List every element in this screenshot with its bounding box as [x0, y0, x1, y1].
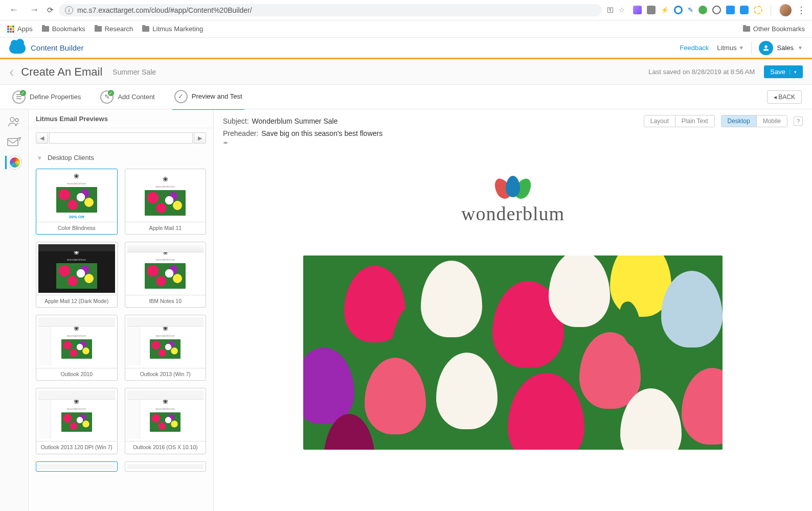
bookmark-folder[interactable]: Litmus Marketing	[142, 25, 203, 33]
step-icon: ✓	[174, 90, 188, 103]
thumbnail-label: Apple Mail 12 (Dark Mode)	[36, 295, 117, 307]
ext-green-icon[interactable]	[698, 6, 707, 14]
ext-camera-icon[interactable]	[647, 6, 656, 14]
ext-bolt-icon[interactable]: ⚡	[661, 6, 669, 14]
ext-zoom-icon[interactable]	[740, 6, 749, 14]
thumbnail-preview: ❀wonderblum	[127, 390, 204, 439]
desktop-button[interactable]: Desktop	[721, 115, 756, 127]
back-label: BACK	[778, 94, 795, 101]
salesforce-cloud-icon[interactable]	[9, 42, 26, 54]
thumbnail-preview: ❀wonderblum	[38, 244, 115, 293]
org-dropdown[interactable]: Litmus▼	[717, 44, 743, 52]
back-chevron-icon[interactable]: ‹	[9, 64, 14, 80]
preheader-label: Preheader:	[223, 129, 258, 137]
step-icon: ☰	[12, 90, 26, 104]
bookmark-label: Research	[105, 25, 133, 33]
thumbnail-outlook-2013-win7[interactable]: ❀wonderblum Outlook 2013 (Win 7)	[125, 315, 207, 381]
extensions: ⚡ ✎	[630, 6, 765, 14]
org-label: Litmus	[717, 44, 736, 52]
thumbnail-outlook-2010[interactable]: ❀wonderblum Outlook 2010	[36, 315, 118, 381]
thumbnail-partial[interactable]	[36, 461, 118, 472]
page-header: ‹ Create An Email Summer Sale Last saved…	[0, 59, 812, 85]
document-name: Summer Sale	[112, 68, 156, 76]
bookmark-label: Apps	[17, 25, 33, 33]
main: Litmus Email Previews ◀ ▶ ▼ Desktop Clie…	[0, 109, 812, 511]
chevron-down-icon: ▼	[739, 45, 744, 51]
bookmark-folder[interactable]: Research	[95, 25, 133, 33]
preheader-value: Save big on this season's best flowers	[261, 129, 382, 137]
clients-section-header[interactable]: ▼ Desktop Clients	[29, 148, 213, 165]
thumbnail-color-blindness[interactable]: ❀wonderblum20% Off Color Blindness	[36, 169, 118, 235]
flower-icon	[491, 178, 534, 199]
content-area: Subject: Wonderblum Summer Sale Layout P…	[214, 110, 812, 511]
bookmark-label: Litmus Marketing	[152, 25, 203, 33]
star-icon[interactable]: ☆	[619, 6, 625, 14]
svg-point-2	[15, 119, 18, 122]
thumbnail-label: Color Blindness	[36, 222, 117, 234]
apps-shortcut[interactable]: Apps	[7, 25, 33, 33]
pager-next-button[interactable]: ▶	[194, 132, 206, 144]
bookmark-label: Bookmarks	[52, 25, 85, 33]
url-bar[interactable]: i mc.s7.exacttarget.com/cloud/#app/Conte…	[59, 4, 602, 16]
preview-panel: Litmus Email Previews ◀ ▶ ▼ Desktop Clie…	[29, 110, 214, 511]
save-button[interactable]: Save▾	[764, 65, 803, 78]
rail-people-icon[interactable]	[7, 115, 22, 128]
pager-rail[interactable]	[49, 132, 193, 144]
ext-blue-icon[interactable]	[726, 6, 735, 14]
thumbnail-preview: ❀wonderblum	[127, 244, 204, 293]
svg-rect-3	[8, 138, 18, 146]
rail-send-icon[interactable]	[7, 135, 22, 149]
user-menu[interactable]: Sales ▼	[759, 41, 803, 55]
thumbnail-label: IBM Notes 10	[125, 295, 206, 307]
bookmark-label: Other Bookmarks	[753, 25, 805, 33]
ext-icon[interactable]	[633, 6, 642, 14]
step-add-content[interactable]: ✎ Add Content	[98, 84, 156, 110]
thumbnail-outlook-2013-120dpi[interactable]: ❀wonderblum Outlook 2013 120 DPI (Win 7)	[36, 388, 118, 454]
separator	[771, 5, 771, 15]
page-title: Create An Email	[21, 65, 102, 79]
nav-forward-icon[interactable]: →	[27, 4, 42, 16]
step-label: Preview and Test	[192, 92, 242, 100]
ext-dashed-icon[interactable]	[754, 6, 762, 14]
resize-handle[interactable]: ◂▸	[214, 140, 812, 147]
subject-label: Subject:	[223, 117, 249, 125]
back-button[interactable]: ◂ BACK	[767, 90, 802, 104]
pager-prev-button[interactable]: ◀	[36, 132, 48, 144]
mobile-button[interactable]: Mobile	[756, 115, 787, 127]
thumbnail-label: Outlook 2013 (Win 7)	[125, 368, 206, 380]
feedback-link[interactable]: Feedback	[680, 44, 709, 52]
ext-circle-icon[interactable]	[674, 6, 683, 14]
key-icon[interactable]: ⚿	[607, 6, 614, 14]
bookmark-folder[interactable]: Bookmarks	[42, 25, 85, 33]
layout-button[interactable]: Layout	[644, 115, 675, 127]
thumbnail-partial[interactable]	[125, 461, 207, 472]
thumbnail-apple-mail-12-dark[interactable]: ❀wonderblum Apple Mail 12 (Dark Mode)	[36, 242, 118, 308]
step-preview-and-test[interactable]: ✓ Preview and Test	[172, 84, 244, 111]
reload-icon[interactable]: ⟳	[47, 6, 54, 15]
folder-icon	[95, 26, 102, 32]
ext-dropper-icon[interactable]: ✎	[688, 6, 693, 14]
rail-litmus-icon[interactable]	[5, 156, 22, 169]
site-info-icon[interactable]: i	[65, 6, 73, 14]
steps-bar: ☰ Define Properties ✎ Add Content ✓ Prev…	[0, 85, 812, 109]
step-define-properties[interactable]: ☰ Define Properties	[10, 84, 83, 110]
thumbnail-preview	[38, 464, 115, 469]
plain-text-button[interactable]: Plain Text	[675, 115, 714, 127]
thumbnail-apple-mail-11[interactable]: ❀wonderblum Apple Mail 11	[125, 169, 207, 235]
app-title: Content Builder	[31, 43, 83, 52]
thumbnail-ibm-notes-10[interactable]: ❀wonderblum IBM Notes 10	[125, 242, 207, 308]
other-bookmarks[interactable]: Other Bookmarks	[743, 25, 805, 33]
help-icon[interactable]: ?	[794, 117, 803, 126]
left-rail	[0, 110, 29, 511]
step-label: Add Content	[118, 93, 154, 101]
ext-info-icon[interactable]	[712, 6, 721, 14]
browser-menu-icon[interactable]: ⋮	[797, 5, 806, 16]
nav-back-icon[interactable]: ←	[6, 4, 21, 16]
subject-value: Wonderblum Summer Sale	[252, 117, 338, 125]
chevron-down-icon: ▼	[37, 155, 42, 161]
step-label: Define Properties	[30, 93, 81, 101]
bookmarks-bar: Apps Bookmarks Research Litmus Marketing…	[0, 20, 812, 38]
thumbnail-outlook-2016-osx[interactable]: ❀wonderblum Outlook 2016 (OS X 10.10)	[125, 388, 207, 454]
folder-icon	[743, 26, 750, 32]
profile-avatar[interactable]	[779, 4, 792, 16]
